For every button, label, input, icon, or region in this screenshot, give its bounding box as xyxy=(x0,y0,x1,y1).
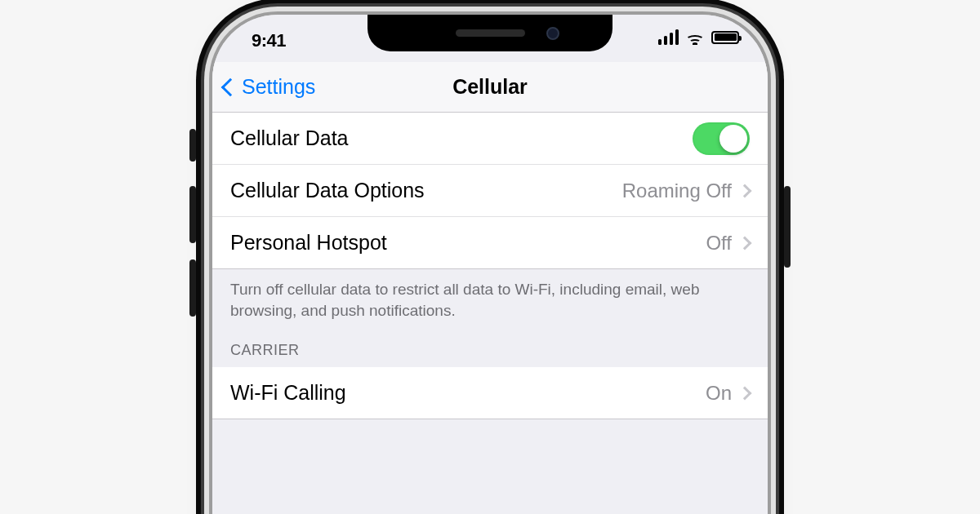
back-label: Settings xyxy=(242,75,315,99)
back-button[interactable]: Settings xyxy=(224,62,315,112)
row-value: On xyxy=(706,382,732,405)
screen: 9:41 Settings Cellular Cellular Data xyxy=(212,15,768,514)
cellular-signal-icon xyxy=(658,29,679,45)
row-wifi-calling[interactable]: Wi-Fi Calling On xyxy=(212,367,768,419)
power-button xyxy=(784,186,791,268)
row-label: Personal Hotspot xyxy=(230,231,706,255)
chevron-left-icon xyxy=(221,78,240,96)
chevron-right-icon xyxy=(738,236,752,250)
row-value: Roaming Off xyxy=(622,179,732,202)
settings-group-main: Cellular Data Cellular Data Options Roam… xyxy=(212,113,768,269)
row-personal-hotspot[interactable]: Personal Hotspot Off xyxy=(212,217,768,269)
page-title: Cellular xyxy=(452,75,528,99)
volume-down-button xyxy=(189,259,196,317)
row-cellular-data-options[interactable]: Cellular Data Options Roaming Off xyxy=(212,165,768,217)
row-label: Cellular Data xyxy=(230,126,693,150)
cellular-data-toggle[interactable] xyxy=(693,122,750,155)
status-indicators xyxy=(658,29,740,45)
nav-bar: Settings Cellular xyxy=(212,62,768,113)
section-footer-text: Turn off cellular data to restrict all d… xyxy=(212,269,768,342)
toggle-knob xyxy=(719,125,747,153)
earpiece-speaker xyxy=(456,29,525,37)
status-time: 9:41 xyxy=(252,30,286,51)
mute-switch xyxy=(189,129,196,162)
battery-icon xyxy=(711,31,739,44)
front-camera xyxy=(546,27,559,40)
chevron-right-icon xyxy=(738,184,752,197)
row-label: Wi-Fi Calling xyxy=(230,381,706,405)
iphone-device-frame: 9:41 Settings Cellular Cellular Data xyxy=(212,15,768,514)
row-value: Off xyxy=(706,232,732,255)
wifi-icon xyxy=(685,30,705,45)
notch xyxy=(368,15,612,51)
row-cellular-data[interactable]: Cellular Data xyxy=(212,113,768,165)
settings-group-carrier: Wi-Fi Calling On xyxy=(212,367,768,419)
volume-up-button xyxy=(189,186,196,243)
chevron-right-icon xyxy=(738,386,752,400)
row-label: Cellular Data Options xyxy=(230,179,622,202)
section-header-carrier: CARRIER xyxy=(212,342,768,367)
